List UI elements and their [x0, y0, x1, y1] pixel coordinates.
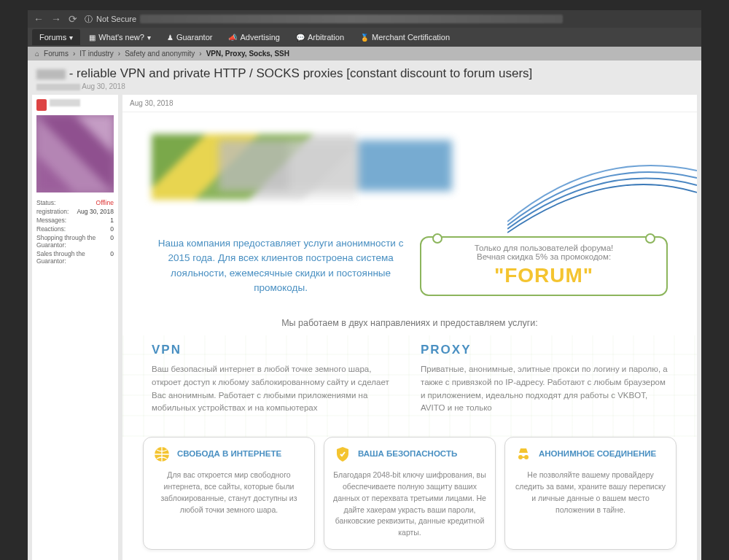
- chevron-down-icon: ▾: [69, 34, 73, 42]
- bc-forums[interactable]: Forums: [44, 50, 69, 58]
- tab-guarantor[interactable]: ♟Guarantor: [160, 29, 220, 45]
- bc-current: VPN, Proxy, Socks, SSH: [206, 50, 289, 58]
- bc-industry[interactable]: IT industry: [79, 50, 114, 58]
- promo-code-box: Только для пользователей форума! Вечная …: [420, 236, 668, 296]
- avatar[interactable]: [36, 115, 114, 192]
- grid-icon: ▦: [89, 34, 95, 42]
- forum-nav: Forums▾ ▦What's new?▾ ♟Guarantor 📣Advert…: [28, 28, 701, 47]
- directions-heading: Мы работаем в двух направлениях и предос…: [122, 311, 697, 335]
- url-redacted: [140, 15, 563, 23]
- not-secure-label: Not Secure: [96, 15, 136, 23]
- promo-description: Наша компания предоставляет услуги анони…: [152, 236, 410, 296]
- home-icon[interactable]: ⌂: [35, 50, 39, 58]
- browser-chrome-bar: ← → ⟳ ⓘ Not Secure: [28, 10, 701, 28]
- thread-title: - reliable VPN and private HTTP / SOCKS …: [28, 61, 701, 82]
- svg-point-1: [518, 455, 523, 459]
- back-button[interactable]: ←: [34, 13, 44, 25]
- post-date: Aug 30, 2018: [122, 95, 697, 112]
- logo-text-redacted: [219, 140, 452, 191]
- hero-banner: [122, 112, 697, 236]
- comment-icon: 💬: [296, 34, 305, 42]
- globe-icon: [152, 445, 171, 464]
- svg-point-2: [524, 455, 529, 459]
- chevron-down-icon: ▾: [147, 34, 151, 42]
- person-icon: ♟: [167, 34, 174, 42]
- not-secure-icon: ⓘ: [85, 14, 93, 25]
- bc-safety[interactable]: Safety and anonymity: [125, 50, 195, 58]
- user-badge-icon: [36, 99, 47, 111]
- author-redacted: [36, 84, 80, 90]
- shield-icon: [333, 445, 352, 464]
- forward-button[interactable]: →: [51, 13, 61, 25]
- tab-advertising[interactable]: 📣Advertising: [221, 29, 286, 45]
- vpn-column: VPN Ваш безопасный интернет в любой точк…: [152, 343, 399, 415]
- anonymous-icon: [514, 445, 533, 464]
- thread-content: - reliable VPN and private HTTP / SOCKS …: [28, 61, 701, 560]
- post-body: Aug 30, 2018 Наша компания: [122, 95, 697, 560]
- reload-button[interactable]: ⟳: [69, 13, 77, 25]
- tab-merchant[interactable]: 🏅Merchant Certification: [353, 29, 457, 45]
- swoosh-graphic: [507, 141, 697, 244]
- tab-whatsnew[interactable]: ▦What's new?▾: [82, 29, 158, 45]
- rosette-icon: 🏅: [360, 34, 369, 42]
- tab-forums[interactable]: Forums▾: [32, 29, 80, 45]
- address-bar[interactable]: ⓘ Not Secure: [85, 14, 563, 25]
- thread-meta: Aug 30, 2018: [28, 82, 701, 95]
- feature-freedom: СВОБОДА В ИНТЕРНЕТЕ Для вас откроется ми…: [143, 437, 315, 550]
- tab-arbitration[interactable]: 💬Arbitration: [289, 29, 351, 45]
- user-stats: Status:Offline registration:Aug 30, 2018…: [36, 198, 114, 265]
- username-redacted[interactable]: [50, 99, 80, 106]
- breadcrumb: ⌂ Forums› IT industry› Safety and anonym…: [28, 47, 701, 61]
- title-redacted: [36, 69, 66, 79]
- proxy-column: PROXY Приватные, анонимные, элитные прок…: [421, 343, 668, 415]
- megaphone-icon: 📣: [228, 34, 237, 42]
- user-sidebar: Status:Offline registration:Aug 30, 2018…: [32, 95, 118, 560]
- feature-security: ВАША БЕЗОПАСНОСТЬ Благодаря 2048-bit клю…: [324, 437, 496, 550]
- feature-anonymous: АНОНИМНОЕ СОЕДИНЕНИЕ Не позволяйте вашем…: [504, 437, 677, 550]
- promo-code: "FORUM": [432, 264, 656, 287]
- status-badge: Offline: [96, 199, 114, 206]
